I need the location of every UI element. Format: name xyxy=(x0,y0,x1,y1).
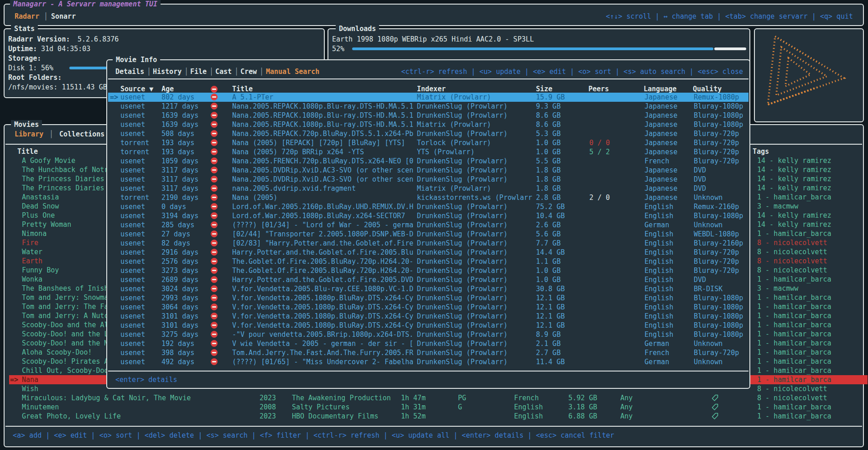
movie-size: 3.18 GB xyxy=(568,403,597,412)
search-result-row[interactable]: usenet3101 daysV.for.Vendetta.2005.1080p… xyxy=(108,312,748,321)
rejected-icon xyxy=(211,130,218,137)
release-title: Nana (2005) 720p BRRip x264 -YTS xyxy=(232,147,364,157)
movie-title: Pretty Woman xyxy=(22,220,71,229)
release-size: 2.6 GB xyxy=(536,220,561,230)
search-result-row[interactable]: usenet2993 daysV.for.Vendetta.2005.1080p… xyxy=(108,293,748,303)
movie-quality-profile: Any xyxy=(620,412,633,421)
release-language: English xyxy=(645,211,673,220)
col-language[interactable]: Language xyxy=(644,84,676,94)
movie-title: Tom and Jerry: Snowma xyxy=(22,293,109,302)
tab-sonarr[interactable]: Sonarr xyxy=(51,12,76,21)
search-result-row[interactable]: usenet1059 daysNana.2005.FRENCH.720p.Blu… xyxy=(108,157,748,166)
release-title: (????) [01/65] - "Miss Undercover 2- Fab… xyxy=(232,357,413,366)
rejected-icon xyxy=(211,267,218,274)
release-title: V.for.Vendetta.2005.1080p.BluRay.DTS.x26… xyxy=(232,303,413,312)
movie-title: Scooby-Doo! and the M xyxy=(22,339,109,348)
search-result-row[interactable]: usenet192 daysV wie Vendetta - 2005 - ge… xyxy=(108,339,748,348)
release-source: usenet xyxy=(120,120,145,129)
search-result-row[interactable]: usenet285 days(????) [01/34] - "Lord of … xyxy=(108,220,748,230)
release-title: V wie Vendetta - 2005 - german - der sir… xyxy=(232,339,413,348)
modal-tab-crew[interactable]: Crew xyxy=(240,67,257,76)
modal-keybinds: <ctrl-r> refresh | <u> update | <e> edit… xyxy=(401,67,743,76)
search-result-row[interactable]: usenet3064 daysV.for.Vendetta.2005.1080p… xyxy=(108,303,748,312)
search-result-row[interactable]: usenet1217 daysNana.2005.REPACK.1080p.Bl… xyxy=(108,102,748,111)
release-size: 12.1 GB xyxy=(536,293,565,303)
release-quality: Bluray-720p xyxy=(694,138,739,147)
release-source: usenet xyxy=(120,293,145,303)
release-source: usenet xyxy=(120,184,145,193)
library-row[interactable]: Great Photo, Lovely Life2023HBO Document… xyxy=(9,412,868,421)
release-language: Japanese xyxy=(645,138,677,147)
col-age[interactable]: Age xyxy=(161,84,174,94)
release-source: usenet xyxy=(120,357,145,366)
col-source[interactable]: Source ▼ xyxy=(120,84,153,94)
release-size: 30.8 GB xyxy=(536,284,565,293)
release-age: 492 days xyxy=(161,357,194,366)
library-row[interactable]: Miraculous: Ladybug & Cat Noir, The Movi… xyxy=(9,393,868,403)
search-result-row[interactable]: usenet27 days[02/44] "Transporter 2.2005… xyxy=(108,230,748,239)
tab-collections[interactable]: Collections xyxy=(59,130,104,139)
search-result-row[interactable]: usenet492 days(????) [01/65] - "Miss Und… xyxy=(108,357,748,366)
search-result-row[interactable]: usenet0 daysLord.of.War.2005.2160p.BluRa… xyxy=(108,202,748,211)
release-indexer: Miatrix (Prowlarr) xyxy=(417,120,491,129)
release-quality: Bluray-1080p xyxy=(694,303,743,312)
search-result-row[interactable]: usenet3194 daysLord.of.War.2005.1080p.Bl… xyxy=(108,211,748,220)
movie-tag: 1 - hamilcar_barca xyxy=(757,348,832,357)
library-row[interactable]: Minutemen2008Salty Pictures1h 31mGEnglis… xyxy=(9,403,868,412)
release-title: [02/44] "Transporter 2.2005.1080P.DSNP.W… xyxy=(232,230,413,239)
search-result-row[interactable]: usenet398 daysTom.And.Jerry.The.Fast.And… xyxy=(108,348,748,357)
modal-tab-history[interactable]: History xyxy=(153,67,182,76)
release-age: 1059 days xyxy=(161,157,198,166)
tab-radarr[interactable]: Radarr xyxy=(15,12,39,21)
search-result-row[interactable]: usenet2689 daysHarry.Potter.and.the.Gobl… xyxy=(108,275,748,284)
search-result-row[interactable]: usenet1639 daysNana.2005.REPACK.1080p.Bl… xyxy=(108,111,748,120)
release-indexer: DrunkenSlug (Prowlarr) xyxy=(417,230,508,239)
release-quality: BR-DISK xyxy=(694,284,722,293)
search-result-row[interactable]: usenet1639 daysNana.2005.REPACK.1080p.Bl… xyxy=(108,120,748,129)
release-language: English xyxy=(645,266,673,275)
col-indexer[interactable]: Indexer xyxy=(417,84,446,94)
search-result-row[interactable]: usenet508 daysNana.2005.REPACK.720p.BluR… xyxy=(108,129,748,138)
search-result-row[interactable]: torrent2190 daysNana (2005)kickasstorren… xyxy=(108,193,748,202)
search-result-row[interactable]: torrent193 daysNana (2005) 720p BRRip x2… xyxy=(108,147,748,157)
search-result-row[interactable]: usenet3101 daysV.for.Vendetta.2005.1080p… xyxy=(108,321,748,330)
movie-title: Anastasia xyxy=(22,193,59,202)
tab-library[interactable]: Library xyxy=(15,130,43,139)
stats-rootfolder-value: /nfs/movies: 11511.43 GB xyxy=(8,83,107,92)
movie-studio: Salty Pictures xyxy=(292,403,349,412)
col-size[interactable]: Size xyxy=(536,84,552,94)
search-result-row[interactable]: usenet3117 daysNana.2005.DVDRip.XviD.AC3… xyxy=(108,166,748,175)
search-result-row[interactable]: usenet3117 daysnana.2005.dvdrip.xvid.fra… xyxy=(108,184,748,193)
search-result-row[interactable]: usenet3273 daysThe.Goblet.Of.Fire.2005.B… xyxy=(108,266,748,275)
movie-language: French xyxy=(514,393,539,403)
search-result-row[interactable]: usenet2576 daysThe.Goblet.Of.Fire.2005.B… xyxy=(108,257,748,266)
search-result-row[interactable]: torrent193 daysNana (2005) [REPACK] [720… xyxy=(108,138,748,147)
modal-tabs-underline xyxy=(108,78,748,79)
release-quality: Unknown xyxy=(694,220,722,230)
movie-title: Tom and Jerry: The Fa xyxy=(22,302,109,311)
rejected-icon xyxy=(211,212,218,219)
rejected-icon xyxy=(211,167,218,173)
release-quality: Unknown xyxy=(694,357,722,366)
movie-tag: 8 - nicolecolvett xyxy=(757,384,827,393)
modal-tab-file[interactable]: File xyxy=(190,67,207,76)
release-quality: Unknown xyxy=(694,193,722,202)
search-result-row[interactable]: usenet82 days[02/83] "Harry.Potter.and.t… xyxy=(108,239,748,248)
search-result-row[interactable]: usenet3024 daysV.for.Vendetta.2005.Blu-r… xyxy=(108,284,748,293)
stats-disk-label: Disk 1: xyxy=(8,63,37,73)
movie-rating: G xyxy=(458,403,462,412)
rejected-icon xyxy=(211,313,218,319)
search-result-row[interactable]: =>usenet802 daysA 5.1-PTerMiatrix (Prowl… xyxy=(108,93,748,102)
col-peers[interactable]: Peers xyxy=(588,84,609,94)
tags-column-header: Tags xyxy=(753,147,769,156)
search-result-row[interactable]: usenet3117 daysNana.2005.DVDRip.XviD.AC3… xyxy=(108,175,748,184)
movie-rating: PG xyxy=(458,393,466,403)
search-result-row[interactable]: usenet3275 days-"V pour vendetta.2005.BR… xyxy=(108,330,748,339)
search-result-row[interactable]: usenet2916 daysHarry.Potter.and.the.Gobl… xyxy=(108,248,748,257)
modal-tab-details[interactable]: Details xyxy=(115,67,144,76)
col-title[interactable]: Title xyxy=(232,84,253,94)
modal-tab-manual-search[interactable]: Manual Search xyxy=(266,67,319,76)
stats-uptime-label: Uptime: xyxy=(8,44,37,53)
col-quality[interactable]: Quality xyxy=(693,84,722,94)
modal-tab-cast[interactable]: Cast xyxy=(215,67,232,76)
